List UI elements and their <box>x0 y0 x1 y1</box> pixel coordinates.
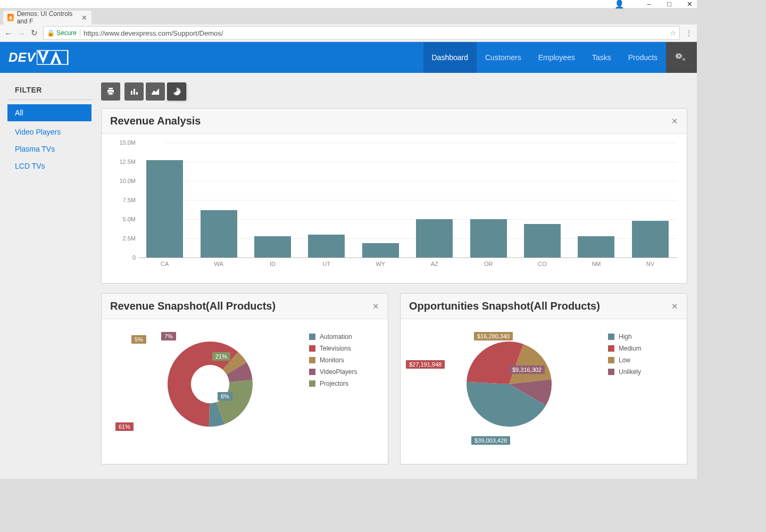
area-chart-button[interactable] <box>146 82 165 101</box>
legend-Medium: Medium <box>608 345 677 352</box>
reload-button[interactable]: ↻ <box>31 28 38 38</box>
top-nav: DEV DashboardCustomersEmployeesTasksProd… <box>0 42 697 73</box>
revenue-analysis-panel: Revenue Analysis ✕ 02.5M5.0M7.5M10.0M12.… <box>101 108 687 284</box>
browser-tabstrip: ⋔ Demos: UI Controls and F ✕ <box>0 9 697 24</box>
svg-rect-5 <box>109 88 113 89</box>
revenue-donut-chart: 6%61%5%7%21% <box>111 331 309 437</box>
panel-title: Revenue Analysis <box>110 115 201 127</box>
minimize-button[interactable]: – <box>646 1 652 7</box>
bar-ID[interactable] <box>254 236 291 257</box>
panel-close-icon[interactable]: ✕ <box>671 302 678 311</box>
legend-Low: Low <box>608 356 677 364</box>
revenue-bar-chart: 02.5M5.0M7.5M10.0M12.5M15.0MCAWAIDUTWYAZ… <box>111 143 677 275</box>
browser-toolbar: ← → ↻ 🔒 Secure https://www.devexpress.co… <box>0 24 697 42</box>
panel-title: Opportunities Snapshot(All Products) <box>409 300 600 312</box>
window-titlebar: 👤 – □ ✕ <box>0 0 697 9</box>
revenue-donut-legend: AutomationTelevisionsMonitorsVideoPlayer… <box>309 331 378 392</box>
svg-point-2 <box>678 55 680 57</box>
bar-chart-button[interactable] <box>124 82 144 101</box>
filter-sidebar: FILTER AllVideo PlayersPlasma TVsLCD TVs <box>0 73 101 479</box>
svg-rect-11 <box>136 92 138 95</box>
back-button[interactable]: ← <box>4 29 12 38</box>
panel-close-icon[interactable]: ✕ <box>372 302 379 311</box>
maximize-button[interactable]: □ <box>666 1 672 7</box>
legend-Projectors: Projectors <box>309 380 378 387</box>
slice-label-Unlikely: $9,316,302 <box>509 365 545 374</box>
opportunities-pie-chart: $39,003,428$27,191,948$16,280,340$9,316,… <box>410 331 608 437</box>
bar-CO[interactable] <box>524 224 561 257</box>
slice-label-VideoPlayers: 7% <box>161 332 176 340</box>
lock-icon: 🔒 <box>47 29 55 37</box>
account-icon[interactable]: 👤 <box>616 1 622 7</box>
opportunities-pie-legend: HighMediumLowUnlikely <box>608 331 677 380</box>
chart-toolbar <box>101 82 687 101</box>
bar-CA[interactable] <box>146 160 183 257</box>
secure-indicator: 🔒 Secure <box>47 29 80 37</box>
tab-close-icon[interactable]: ✕ <box>81 14 87 22</box>
nav-products[interactable]: Products <box>620 42 666 73</box>
app-root: DEV DashboardCustomersEmployeesTasksProd… <box>0 42 697 479</box>
nav-tasks[interactable]: Tasks <box>584 42 620 73</box>
bar-WA[interactable] <box>201 210 237 257</box>
tab-title: Demos: UI Controls and F <box>17 10 78 25</box>
filter-lcd-tvs[interactable]: LCD TVs <box>0 157 101 174</box>
legend-Unlikely: Unlikely <box>608 368 677 376</box>
sidebar-title: FILTER <box>0 86 101 99</box>
legend-Automation: Automation <box>309 333 378 340</box>
forward-button[interactable]: → <box>18 29 26 38</box>
slice-label-Projectors: 21% <box>212 352 230 361</box>
brand-av-icon <box>37 50 69 65</box>
bar-NM[interactable] <box>578 236 614 257</box>
nav-customers[interactable]: Customers <box>477 42 530 73</box>
address-bar[interactable]: 🔒 Secure https://www.devexpress.com/Supp… <box>43 26 680 40</box>
legend-Monitors: Monitors <box>309 356 378 364</box>
bar-NV[interactable] <box>632 221 669 257</box>
browser-menu-icon[interactable]: ⋮ <box>685 29 693 37</box>
nav-dashboard[interactable]: Dashboard <box>423 42 477 73</box>
bar-UT[interactable] <box>308 235 345 257</box>
revenue-snapshot-panel: Revenue Snapshot(All Products) ✕ 6%61%5%… <box>101 293 388 464</box>
url-text: https://www.devexpress.com/Support/Demos… <box>84 29 223 37</box>
svg-rect-10 <box>134 89 135 95</box>
slice-label-Televisions: 61% <box>115 422 134 431</box>
filter-plasma-tvs[interactable]: Plasma TVs <box>0 140 101 157</box>
pie-chart-button[interactable] <box>167 82 186 101</box>
svg-point-4 <box>684 59 685 60</box>
legend-High: High <box>608 333 677 340</box>
filter-video-players[interactable]: Video Players <box>0 123 101 140</box>
svg-rect-7 <box>109 92 113 95</box>
slice-label-Monitors: 5% <box>131 335 146 344</box>
filter-all[interactable]: All <box>7 104 91 121</box>
settings-gear-button[interactable] <box>666 42 697 73</box>
panel-close-icon[interactable]: ✕ <box>671 117 678 126</box>
bar-OR[interactable] <box>470 219 507 257</box>
bookmark-star-icon[interactable]: ☆ <box>670 29 676 37</box>
slice-label-Medium: $27,191,948 <box>406 360 445 369</box>
bar-WY[interactable] <box>362 243 399 257</box>
close-window-button[interactable]: ✕ <box>686 1 693 7</box>
nav-employees[interactable]: Employees <box>530 42 584 73</box>
svg-rect-9 <box>131 91 132 95</box>
slice-label-Automation: 6% <box>218 392 232 401</box>
brand-logo[interactable]: DEV <box>9 42 69 73</box>
panel-title: Revenue Snapshot(All Products) <box>110 300 276 312</box>
slice-label-Low: $16,280,340 <box>474 332 513 340</box>
opportunities-snapshot-panel: Opportunities Snapshot(All Products) ✕ $… <box>400 293 687 464</box>
browser-tab[interactable]: ⋔ Demos: UI Controls and F ✕ <box>3 11 91 24</box>
legend-Televisions: Televisions <box>309 345 378 352</box>
favicon: ⋔ <box>7 14 14 21</box>
bar-AZ[interactable] <box>416 219 453 257</box>
print-button[interactable] <box>101 82 120 101</box>
main-content: Revenue Analysis ✕ 02.5M5.0M7.5M10.0M12.… <box>101 73 697 479</box>
legend-VideoPlayers: VideoPlayers <box>309 368 378 376</box>
slice-label-High: $39,003,428 <box>471 436 510 445</box>
